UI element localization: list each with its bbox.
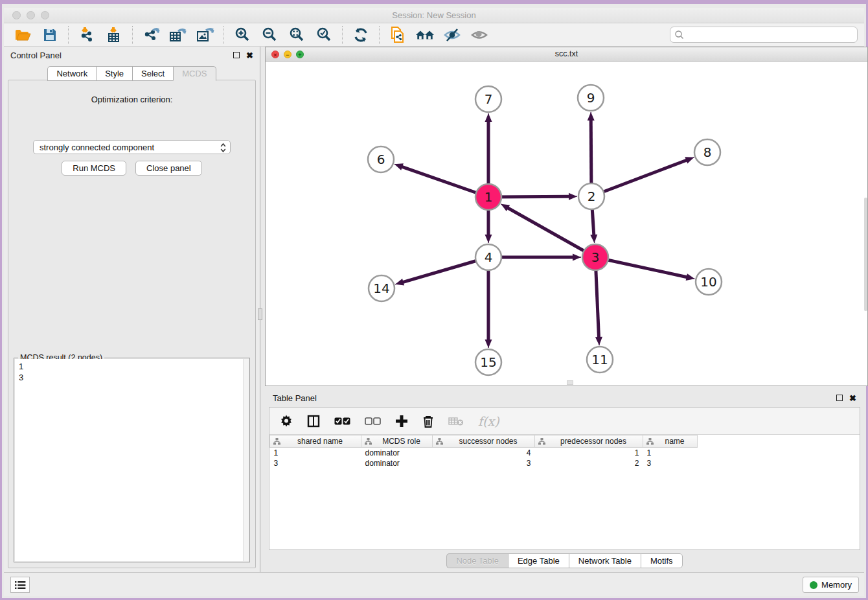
save-session-icon[interactable] [40, 26, 60, 44]
tab-style[interactable]: Style [96, 66, 132, 81]
table-cell[interactable]: 1 [643, 448, 698, 458]
tab-select[interactable]: Select [132, 66, 173, 81]
export-image-icon[interactable] [196, 26, 215, 44]
graph-edge-3-10[interactable] [595, 257, 688, 277]
graph-node-label: 15 [480, 354, 496, 370]
split-columns-icon[interactable] [307, 415, 320, 428]
duplicate-network-icon[interactable] [388, 26, 407, 44]
network-canvas[interactable]: 7968124314101511 [266, 62, 867, 386]
edge-arrowhead [485, 235, 492, 243]
zoom-in-icon[interactable] [233, 26, 252, 44]
split-divider-grip[interactable] [258, 308, 262, 320]
zoom-selected-icon[interactable] [314, 26, 334, 44]
edge-arrowhead [485, 113, 492, 122]
optimization-criterion-label: Optimization criterion: [8, 95, 255, 104]
task-history-button[interactable] [10, 577, 30, 593]
edge-arrowhead [595, 337, 602, 345]
column-header-shared-name[interactable]: shared name [270, 435, 361, 448]
select-all-checkboxes-icon[interactable] [334, 417, 350, 426]
close-panel-icon[interactable]: ✖ [246, 51, 253, 60]
import-table-icon[interactable] [104, 26, 124, 44]
node-table: shared nameMCDS rolesuccessor nodesprede… [269, 435, 698, 468]
hide-panels-eye-icon[interactable] [442, 26, 462, 44]
toolbar-separator [68, 26, 69, 44]
table-panel-title: Table Panel [273, 393, 317, 403]
delete-table-icon[interactable] [448, 416, 464, 426]
column-header-label: successor nodes [459, 437, 517, 446]
export-table-icon[interactable] [168, 26, 188, 44]
network-hscroll-nub[interactable] [567, 380, 573, 385]
export-network-icon[interactable] [141, 26, 161, 44]
network-window-title: scc.txt [266, 49, 867, 58]
float-panel-icon[interactable] [836, 395, 843, 401]
graph-node-label: 6 [377, 152, 385, 167]
window-frame: Session: New Session [0, 0, 868, 600]
edge-arrowhead [590, 235, 597, 243]
column-header-predecessor-nodes[interactable]: predecessor nodes [535, 435, 643, 448]
column-header-successor-nodes[interactable]: successor nodes [433, 435, 535, 448]
deselect-all-checkboxes-icon[interactable] [365, 417, 381, 426]
close-panel-icon[interactable]: ✖ [849, 393, 856, 403]
table-cell[interactable]: dominator [361, 458, 433, 468]
titlebar: Session: New Session [4, 8, 864, 23]
zoom-fit-icon[interactable] [287, 26, 306, 44]
network-vscrollbar[interactable] [864, 198, 867, 311]
graph-node-label: 1 [485, 189, 493, 205]
graph-edge-3-1[interactable] [507, 207, 595, 257]
tab-network[interactable]: Network [47, 66, 96, 81]
graph-edge-1-6[interactable] [401, 167, 488, 197]
close-panel-button[interactable]: Close panel [135, 161, 202, 176]
edge-arrowhead [395, 279, 404, 286]
table-cell[interactable]: 1 [535, 448, 643, 458]
tab-node-table[interactable]: Node Table [446, 553, 508, 568]
function-fx-icon[interactable]: f(x) [478, 414, 499, 428]
graph-node-label: 8 [703, 144, 712, 160]
optimization-criterion-select[interactable]: strongly connected component [33, 140, 231, 154]
table-toolbar: f(x) [269, 408, 860, 435]
table-cell[interactable]: 3 [433, 458, 535, 468]
run-mcds-button[interactable]: Run MCDS [62, 161, 126, 176]
result-scrollbar[interactable] [243, 359, 249, 561]
graph-node-label: 7 [485, 91, 493, 107]
table-cell[interactable]: 3 [643, 458, 698, 468]
memory-button[interactable]: Memory [803, 577, 859, 593]
hierarchy-icon [646, 438, 654, 445]
table-row[interactable]: 3dominator323 [270, 458, 698, 468]
search-field[interactable] [670, 27, 858, 43]
table-cell[interactable]: 1 [270, 448, 361, 458]
open-session-icon[interactable] [13, 26, 32, 44]
edge-arrowhead [588, 112, 595, 121]
refresh-icon[interactable] [351, 26, 371, 44]
add-column-icon[interactable] [395, 415, 408, 428]
column-header-label: MCDS role [382, 437, 420, 446]
toolbar-separator [379, 26, 380, 44]
column-header-name[interactable]: name [643, 435, 698, 448]
delete-icon[interactable] [422, 415, 434, 428]
mcds-result-text[interactable]: 1 3 [15, 359, 249, 561]
table-row[interactable]: 1dominator411 [270, 448, 698, 458]
gear-icon[interactable] [280, 415, 293, 428]
show-eye-icon[interactable] [470, 26, 489, 44]
table-cell[interactable]: 2 [535, 458, 643, 468]
network-view-window: × − + scc.txt 7968124314101511 [265, 47, 868, 386]
tab-edge-table[interactable]: Edge Table [508, 553, 569, 568]
status-bar: Memory [4, 572, 864, 596]
edge-arrowhead [485, 340, 492, 348]
table-cell[interactable]: 3 [270, 458, 361, 468]
tab-network-table[interactable]: Network Table [569, 553, 641, 568]
column-header-MCDS-role[interactable]: MCDS role [361, 435, 433, 448]
search-input[interactable] [684, 30, 857, 40]
table-cell[interactable]: dominator [361, 448, 433, 458]
search-icon [674, 30, 684, 40]
graph-edge-2-8[interactable] [591, 160, 687, 196]
zoom-out-icon[interactable] [260, 26, 279, 44]
toolbar-separator [342, 26, 343, 44]
tab-mcds[interactable]: MCDS [173, 66, 216, 81]
network-window-titlebar[interactable]: × − + scc.txt [266, 47, 867, 62]
float-panel-icon[interactable] [233, 52, 240, 58]
import-network-icon[interactable] [77, 26, 97, 44]
home-icon[interactable] [415, 26, 435, 44]
table-cell[interactable]: 4 [433, 448, 535, 458]
network-graph[interactable]: 7968124314101511 [266, 62, 867, 386]
tab-motifs[interactable]: Motifs [641, 553, 683, 568]
